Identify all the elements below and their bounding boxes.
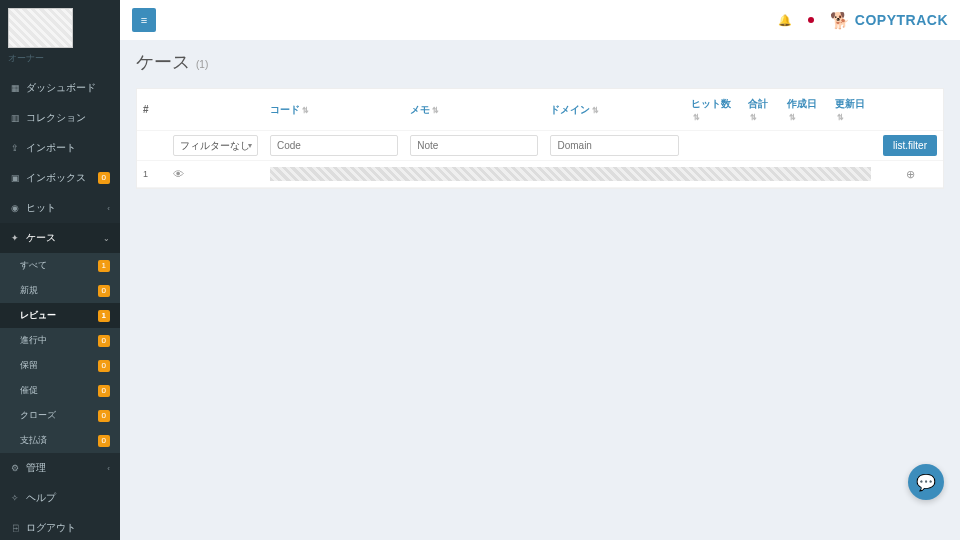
table-row[interactable]: 1 👁 ⊕ [137,161,943,188]
subnav-item-paid[interactable]: 支払済0 [0,428,120,453]
sort-icon: ⇅ [837,113,844,122]
chevron-down-icon: ⌄ [103,234,110,243]
gear-icon: ⚙ [10,463,20,473]
sort-icon: ⇅ [789,113,796,122]
hamburger-icon: ≡ [141,14,147,26]
subnav-label: 保留 [20,359,38,372]
help-icon: ✧ [10,493,20,503]
badge: 0 [98,285,110,297]
avatar[interactable] [8,8,73,48]
subnav-item-remind[interactable]: 催促0 [0,378,120,403]
sort-icon: ⇅ [750,113,757,122]
sidebar-item-label: ヘルプ [26,491,56,505]
sidebar-item-inbox[interactable]: ▣インボックス 0 [0,163,120,193]
row-action-icon[interactable]: ⊕ [906,168,915,180]
sidebar-item-label: コレクション [26,111,86,125]
main-content: ≡ 🔔 🐕 COPYTRACK ケース (1) # [120,0,960,540]
sidebar-item-label: ログアウト [26,521,76,535]
page-title: ケース (1) [120,40,960,78]
filter-domain-input[interactable] [550,135,678,156]
subnav-item-pending[interactable]: 保留0 [0,353,120,378]
sidebar-item-import[interactable]: ⇪インポート [0,133,120,163]
col-domain[interactable]: ドメイン⇅ [544,89,684,131]
row-index: 1 [137,161,167,188]
subnav-label: 催促 [20,384,38,397]
sort-icon: ⇅ [302,106,309,115]
subnav-item-review[interactable]: レビュー1 [0,303,120,328]
cases-table-panel: # コード⇅ メモ⇅ ドメイン⇅ ヒット数⇅ 合計⇅ 作成日⇅ 更新日⇅ [136,88,944,189]
col-created[interactable]: 作成日⇅ [781,89,829,131]
sidebar-item-dashboard[interactable]: ▦ダッシュボード [0,73,120,103]
collection-icon: ▥ [10,113,20,123]
chat-icon: 💬 [916,473,936,492]
col-code[interactable]: コード⇅ [264,89,404,131]
inbox-icon: ▣ [10,173,20,183]
col-num: # [137,89,167,131]
badge: 0 [98,385,110,397]
bell-icon[interactable]: 🔔 [778,14,792,27]
sidebar-nav: ▦ダッシュボード ▥コレクション ⇪インポート ▣インボックス 0 ◉ヒット ‹… [0,73,120,540]
language-flag-jp[interactable] [804,13,818,27]
col-view [167,89,264,131]
sidebar-item-label: ケース [26,231,56,245]
subnav-label: レビュー [20,309,56,322]
import-icon: ⇪ [10,143,20,153]
sort-icon: ⇅ [432,106,439,115]
logout-icon: ⍈ [10,523,20,533]
subnav-label: すべて [20,259,47,272]
filter-select[interactable]: フィルターなし [173,135,258,156]
chevron-left-icon: ‹ [107,204,110,213]
sort-icon: ⇅ [592,106,599,115]
filter-code-input[interactable] [270,135,398,156]
col-hits[interactable]: ヒット数⇅ [685,89,742,131]
subnav-item-close[interactable]: クローズ0 [0,403,120,428]
subnav-item-new[interactable]: 新規0 [0,278,120,303]
brand-logo[interactable]: 🐕 COPYTRACK [830,11,948,30]
sidebar-item-label: インポート [26,141,76,155]
col-total[interactable]: 合計⇅ [742,89,781,131]
subnav-label: 新規 [20,284,38,297]
col-actions [877,89,943,131]
topbar: ≡ 🔔 🐕 COPYTRACK [120,0,960,40]
sidebar: オーナー ▦ダッシュボード ▥コレクション ⇪インポート ▣インボックス 0 ◉… [0,0,120,540]
cases-table: # コード⇅ メモ⇅ ドメイン⇅ ヒット数⇅ 合計⇅ 作成日⇅ 更新日⇅ [137,89,943,188]
col-updated[interactable]: 更新日⇅ [829,89,877,131]
sidebar-item-cases[interactable]: ✦ケース ⌄ [0,223,120,253]
filter-button[interactable]: list.filter [883,135,937,156]
sidebar-item-help[interactable]: ✧ヘルプ [0,483,120,513]
sidebar-item-collection[interactable]: ▥コレクション [0,103,120,133]
badge: 0 [98,435,110,447]
badge: 1 [98,310,110,322]
page-title-text: ケース [136,50,190,74]
sidebar-item-label: 管理 [26,461,46,475]
sidebar-item-logout[interactable]: ⍈ログアウト [0,513,120,540]
subnav-label: クローズ [20,409,56,422]
sort-icon: ⇅ [693,113,700,122]
dog-icon: 🐕 [830,11,851,30]
chevron-left-icon: ‹ [107,464,110,473]
filter-row: フィルターなし ▾ list.filter [137,131,943,161]
badge: 1 [98,260,110,272]
redacted-content [270,167,871,181]
cases-subnav: すべて1 新規0 レビュー1 進行中0 保留0 催促0 クローズ0 支払済0 [0,253,120,453]
badge: 0 [98,360,110,372]
sidebar-item-hits[interactable]: ◉ヒット ‹ [0,193,120,223]
subnav-label: 進行中 [20,334,47,347]
subnav-label: 支払済 [20,434,47,447]
sidebar-item-admin[interactable]: ⚙管理 ‹ [0,453,120,483]
hits-icon: ◉ [10,203,20,213]
cases-icon: ✦ [10,233,20,243]
subnav-item-all[interactable]: すべて1 [0,253,120,278]
badge: 0 [98,335,110,347]
col-memo[interactable]: メモ⇅ [404,89,544,131]
menu-toggle-button[interactable]: ≡ [132,8,156,32]
owner-label: オーナー [8,52,112,65]
sidebar-profile: オーナー [0,0,120,73]
sidebar-item-label: ダッシュボード [26,81,96,95]
sidebar-item-label: ヒット [26,201,56,215]
subnav-item-inprogress[interactable]: 進行中0 [0,328,120,353]
chat-bubble-button[interactable]: 💬 [908,464,944,500]
inbox-badge: 0 [98,172,110,184]
filter-note-input[interactable] [410,135,538,156]
eye-icon[interactable]: 👁 [173,168,184,180]
